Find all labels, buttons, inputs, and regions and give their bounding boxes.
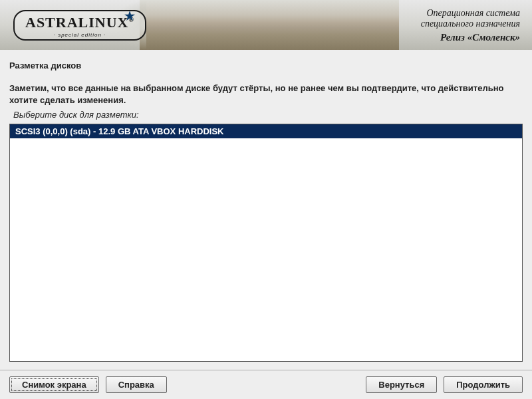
release-name: Релиз «Смоленск» — [421, 32, 520, 43]
disk-item[interactable]: SCSI3 (0,0,0) (sda) - 12.9 GB ATA VBOX H… — [10, 124, 522, 138]
continue-button[interactable]: Продолжить — [444, 376, 523, 393]
back-button[interactable]: Вернуться — [366, 376, 437, 393]
installer-header: ★ ASTRALINUX® · special edition · Операц… — [0, 0, 532, 50]
content-area: Разметка дисков Заметим, что все данные … — [0, 50, 532, 362]
header-background-image — [140, 0, 399, 50]
logo-text: ★ ASTRALINUX® · special edition · — [13, 10, 146, 41]
prompt-text: Выберите диск для разметки: — [13, 110, 523, 120]
os-name-line1: Операционная система — [421, 8, 520, 19]
header-release-info: Операционная система специального назнач… — [421, 8, 520, 43]
star-icon: ★ — [124, 9, 136, 23]
page-title: Разметка дисков — [9, 61, 523, 70]
os-name-line2: специального назначения — [421, 19, 520, 29]
warning-text: Заметим, что все данные на выбранном дис… — [9, 82, 523, 106]
disk-list[interactable]: SCSI3 (0,0,0) (sda) - 12.9 GB ATA VBOX H… — [9, 124, 523, 362]
screenshot-button[interactable]: Снимок экрана — [9, 376, 99, 393]
footer-right-group: Вернуться Продолжить — [366, 376, 523, 393]
help-button[interactable]: Справка — [106, 376, 167, 393]
logo-subtitle: · special edition · — [54, 32, 106, 38]
logo-main: ASTRALINUX — [25, 14, 128, 31]
footer-toolbar: Снимок экрана Справка Вернуться Продолжи… — [0, 370, 532, 399]
footer-left-group: Снимок экрана Справка — [9, 376, 167, 393]
logo: ★ ASTRALINUX® · special edition · — [13, 10, 146, 41]
